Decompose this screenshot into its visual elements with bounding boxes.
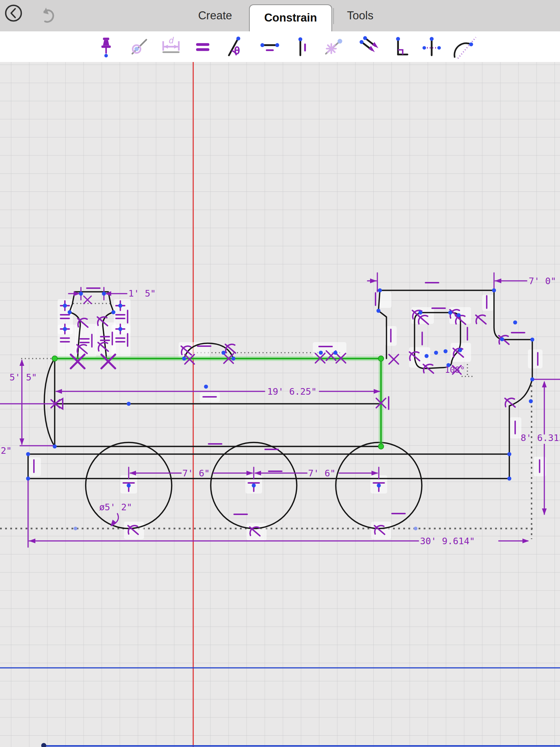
dim-front-offset: 2" <box>1 445 12 456</box>
lock-pin-icon[interactable] <box>95 36 117 58</box>
dim-wheel-spacing-2: 7' 6" <box>308 468 335 479</box>
sketch-canvas[interactable]: 1' 5" 7' 0" 5' 5" 2" 19' 6.25" 8' 6.313 … <box>0 62 560 747</box>
equal-icon[interactable] <box>192 36 214 58</box>
tab-tools[interactable]: Tools <box>335 0 386 31</box>
midpoint-icon[interactable] <box>322 36 344 58</box>
distance-icon[interactable]: d <box>160 36 182 58</box>
undo-button[interactable] <box>38 6 57 25</box>
dim-wheel-spacing-1: 7' 6" <box>182 468 210 479</box>
vertical-icon[interactable] <box>291 36 312 58</box>
undo-arrow-icon <box>38 6 57 25</box>
coincident-icon[interactable] <box>128 36 149 58</box>
tab-constrain[interactable]: Constrain <box>249 4 332 32</box>
dim-rear-height: 8' 6.313 <box>521 433 560 443</box>
svg-text:θ: θ <box>234 45 240 57</box>
grid-lines <box>0 62 560 747</box>
horizontal-icon[interactable] <box>259 36 281 58</box>
back-chevron-icon <box>4 4 23 23</box>
top-navigation-bar: Create Constrain Tools <box>0 0 560 31</box>
back-button[interactable] <box>4 4 23 23</box>
tab-create[interactable]: Create <box>180 0 250 31</box>
dim-boiler-length: 19' 6.25" <box>267 386 316 397</box>
dim-wheel-diameter: ø5' 2" <box>99 502 132 512</box>
dim-stack-width: 1' 5" <box>128 288 156 299</box>
dim-cab-width: 7' 0" <box>529 276 556 286</box>
dim-window-angle: 108° <box>445 365 465 375</box>
tab-divider <box>333 8 334 24</box>
svg-text:d: d <box>169 35 174 46</box>
constraint-toolbar: d θ <box>0 31 560 62</box>
perpendicular-icon[interactable] <box>389 36 411 58</box>
dim-overall-length: 30' 9.614" <box>420 536 475 546</box>
dim-boiler-height: 5' 5" <box>9 372 37 383</box>
parallel-icon[interactable] <box>358 36 380 58</box>
angle-icon[interactable]: θ <box>224 36 246 58</box>
symmetric-icon[interactable] <box>421 36 443 58</box>
tangent-icon[interactable] <box>453 36 475 58</box>
